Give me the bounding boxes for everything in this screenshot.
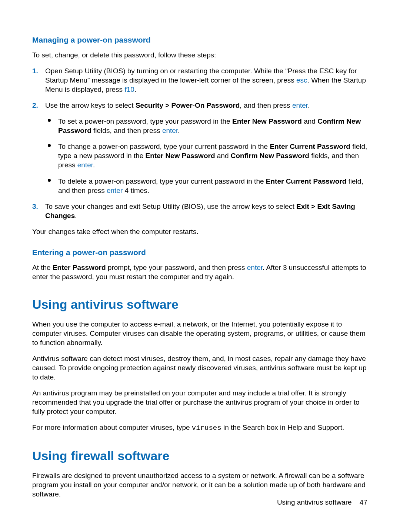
step-3-text: To save your changes and exit Setup Util…	[45, 202, 369, 220]
section4-p1: Firewalls are designed to prevent unauth…	[32, 471, 369, 499]
section3-p2: Antivirus software can detect most virus…	[32, 354, 369, 382]
section3-p1: When you use the computer to access e-ma…	[32, 319, 369, 347]
step-number: 2.	[32, 101, 38, 110]
bullet-text: To change a power-on password, type your…	[58, 142, 369, 170]
footer-title: Using antivirus software	[277, 498, 352, 506]
bullet-text: To delete a power-on password, type your…	[58, 177, 369, 195]
step-number: 1.	[32, 66, 38, 76]
step-2-bullet-1: To set a power-on password, type your pa…	[45, 117, 369, 135]
section1-intro: To set, change, or delete this password,…	[32, 50, 369, 60]
bullet-icon	[48, 179, 51, 182]
heading-entering-password: Entering a power-on password	[32, 247, 369, 258]
heading-managing-password: Managing a power-on password	[32, 35, 369, 45]
step-2: 2. Use the arrow keys to select Security…	[32, 101, 369, 195]
section2-paragraph: At the Enter Password prompt, type your …	[32, 263, 369, 281]
step-2-bullet-2: To change a power-on password, type your…	[45, 142, 369, 170]
bullet-text: To set a power-on password, type your pa…	[58, 117, 369, 135]
step-1: 1. Open Setup Utility (BIOS) by turning …	[32, 66, 369, 94]
step-1-text: Open Setup Utility (BIOS) by turning on …	[45, 66, 369, 94]
step-2-text: Use the arrow keys to select Security > …	[45, 101, 369, 110]
step-number: 3.	[32, 202, 38, 211]
page-footer: Using antivirus software 47	[277, 498, 367, 507]
heading-antivirus: Using antivirus software	[32, 296, 369, 313]
bullet-icon	[48, 119, 51, 122]
section3-p4: For more information about computer viru…	[32, 423, 369, 433]
document-page: Managing a power-on password To set, cha…	[32, 0, 369, 499]
step-2-bullets: To set a power-on password, type your pa…	[45, 117, 369, 195]
section1-outro: Your changes take effect when the comput…	[32, 227, 369, 236]
heading-firewall: Using firewall software	[32, 448, 369, 464]
bullet-icon	[48, 144, 51, 147]
footer-page-number: 47	[360, 498, 367, 506]
step-3: 3. To save your changes and exit Setup U…	[32, 202, 369, 220]
step-2-bullet-3: To delete a power-on password, type your…	[45, 177, 369, 195]
section1-steps: 1. Open Setup Utility (BIOS) by turning …	[32, 66, 369, 220]
section3-p3: An antivirus program may be preinstalled…	[32, 388, 369, 416]
